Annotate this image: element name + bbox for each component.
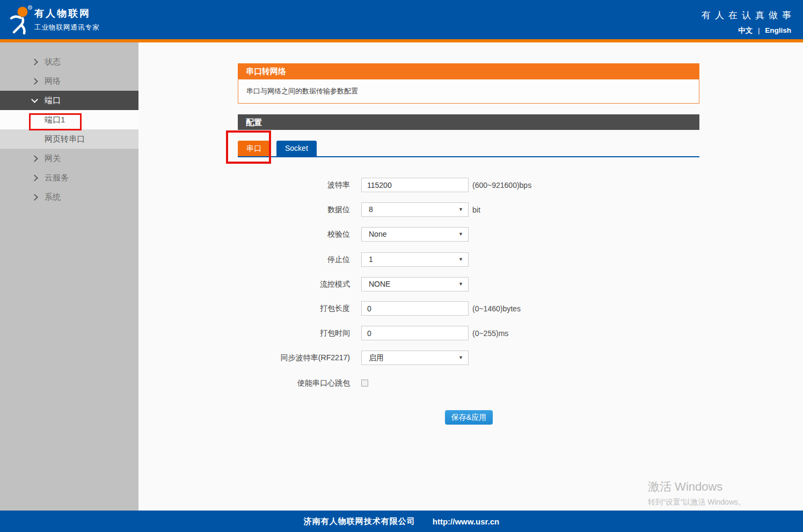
sidebar-item-port[interactable]: 端口 [0,91,138,110]
form-row-parity: 校验位 None ▼ [238,227,469,242]
data-bits-select[interactable]: 8 ▼ [361,202,469,217]
dropdown-arrow-icon: ▼ [458,203,463,216]
tab-serial[interactable]: 串口 [238,141,270,156]
tab-bar: 串口 Socket [238,141,699,157]
flow-control-label: 流控模式 [238,280,350,289]
form-row-flow-control: 流控模式 NONE ▼ [238,277,469,291]
watermark-line1: 激活 Windows [648,479,746,495]
sidebar-item-label: 网页转串口 [45,134,85,144]
sidebar-item-web-to-serial[interactable]: 网页转串口 [0,129,138,149]
sidebar-item-system[interactable]: 系统 [0,187,138,207]
page: R 有人物联网 工业物联网通讯专家 有人在认真做事 中文 | English [0,0,803,532]
svg-text:R: R [29,6,31,9]
form-row-packet-time: 打包时间 (0~255)ms [238,326,508,340]
serial-heartbeat-label: 使能串口心跳包 [238,378,350,388]
serial-heartbeat-checkbox[interactable] [361,380,368,387]
sidebar-item-label: 云服务 [45,173,69,183]
chevron-right-icon [31,78,38,85]
dropdown-arrow-icon: ▼ [458,253,463,266]
page-title: 串口转网络 [238,63,699,79]
page-description: 串口与网络之间的数据传输参数配置 [238,79,699,104]
brand-title: 有人物联网 [34,7,100,20]
sidebar-item-label: 端口 [45,96,61,106]
lang-chinese-link[interactable]: 中文 [738,26,753,34]
sidebar-item-label: 状态 [45,57,61,67]
header-slogan: 有人在认真做事 [702,9,795,21]
watermark-line2: 转到“设置”以激活 Windows。 [648,498,746,507]
footer-company: 济南有人物联网技术有限公司 [304,516,415,527]
data-bits-hint: bit [472,206,480,214]
sidebar-item-label: 网络 [45,76,61,86]
save-apply-button[interactable]: 保存&应用 [445,410,493,425]
flow-control-value: NONE [369,280,390,288]
lang-english-link[interactable]: English [765,26,791,34]
sidebar-item-label: 端口1 [45,115,65,125]
baud-rate-label: 波特率 [238,180,350,190]
packet-length-label: 打包长度 [238,304,350,314]
data-bits-label: 数据位 [238,205,350,215]
baud-rate-input[interactable] [361,178,469,192]
chevron-down-icon [31,96,38,103]
dropdown-arrow-icon: ▼ [458,351,463,365]
dropdown-arrow-icon: ▼ [458,228,463,241]
chevron-right-icon [31,174,38,181]
packet-time-label: 打包时间 [238,329,350,338]
form-row-baud-rate: 波特率 (600~921600)bps [238,178,531,192]
sidebar-item-status[interactable]: 状态 [0,52,138,71]
sidebar-item-cloud-service[interactable]: 云服务 [0,168,138,187]
chevron-right-icon [31,194,38,201]
footer-url-link[interactable]: http://www.usr.cn [433,517,499,526]
sidebar-item-gateway[interactable]: 网关 [0,149,138,168]
brand-text: 有人物联网 工业物联网通讯专家 [34,7,100,32]
stop-bits-label: 停止位 [238,255,350,265]
sidebar: 状态 网络 端口 端口1 网页转串口 网关 云服务 系统 [0,42,138,511]
app-header: R 有人物联网 工业物联网通讯专家 有人在认真做事 中文 | English [0,0,803,39]
stop-bits-value: 1 [369,255,373,264]
sidebar-item-label: 系统 [45,192,61,202]
packet-time-input[interactable] [361,326,469,340]
form-row-sync-baudrate: 同步波特率(RF2217) 启用 ▼ [238,351,469,365]
lang-divider: | [758,26,760,34]
parity-label: 校验位 [238,230,350,239]
form-row-serial-heartbeat: 使能串口心跳包 [238,376,368,390]
flow-control-select[interactable]: NONE ▼ [361,277,469,291]
dropdown-arrow-icon: ▼ [458,278,463,291]
form-row-data-bits: 数据位 8 ▼ bit [238,202,480,217]
brand-subtitle: 工业物联网通讯专家 [34,23,100,32]
sync-baudrate-value: 启用 [369,353,384,362]
header-right: 有人在认真做事 中文 | English [702,9,791,35]
data-bits-value: 8 [369,205,373,214]
packet-length-hint: (0~1460)bytes [472,304,521,313]
packet-length-input[interactable] [361,301,469,316]
sidebar-item-port1[interactable]: 端口1 [0,110,138,129]
sidebar-item-label: 网关 [45,154,61,164]
windows-activation-watermark: 激活 Windows 转到“设置”以激活 Windows。 [648,479,746,507]
chevron-right-icon [31,59,38,65]
sync-baudrate-select[interactable]: 启用 ▼ [361,351,469,365]
stop-bits-select[interactable]: 1 ▼ [361,252,469,267]
app-footer: 济南有人物联网技术有限公司 http://www.usr.cn [0,511,803,532]
tab-socket[interactable]: Socket [276,141,317,156]
form-row-packet-length: 打包长度 (0~1460)bytes [238,301,521,316]
section-title: 配置 [238,114,699,130]
chevron-right-icon [31,155,38,162]
sidebar-item-network[interactable]: 网络 [0,71,138,91]
packet-time-hint: (0~255)ms [472,329,508,338]
parity-value: None [369,230,386,238]
language-switcher: 中文 | English [702,26,791,35]
sync-baudrate-label: 同步波特率(RF2217) [238,353,350,363]
parity-select[interactable]: None ▼ [361,227,469,242]
form-row-stop-bits: 停止位 1 ▼ [238,252,469,267]
baud-rate-hint: (600~921600)bps [472,181,531,190]
brand-logo-icon: R [6,4,35,37]
